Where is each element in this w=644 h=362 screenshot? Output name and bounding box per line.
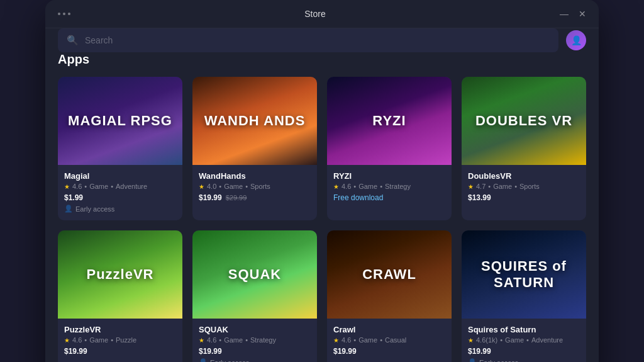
app-thumbnail: PuzzleVR xyxy=(58,230,182,319)
app-rating: 4.6 xyxy=(72,336,82,344)
app-tag: Casual xyxy=(385,336,406,344)
app-genre: Game xyxy=(505,336,524,344)
app-card-doublesvr[interactable]: DOUBLES VR DoublesVR ★ 4.7 • Game • Spor… xyxy=(462,77,586,220)
avatar[interactable]: 👤 xyxy=(566,30,586,50)
price-label: $19.99 xyxy=(333,347,445,356)
app-tag: Puzzle xyxy=(116,336,136,344)
app-name: SQUAK xyxy=(199,325,311,334)
app-card-squires[interactable]: SQUIRES of SATURN Squires of Saturn ★ 4.… xyxy=(462,230,586,362)
thumb-inner: DOUBLES VR xyxy=(462,77,586,165)
app-genre: Game xyxy=(89,183,108,190)
app-meta: ★ 4.7 • Game • Sports xyxy=(468,183,580,190)
app-rating: 4.6(1k) xyxy=(476,336,497,344)
app-genre: Game xyxy=(358,183,377,190)
app-card-squak[interactable]: SQUAK SQUAK ★ 4.6 • Game • Strategy $19.… xyxy=(192,230,317,362)
app-rating: 4.6 xyxy=(341,336,351,344)
app-rating: 4.7 xyxy=(476,183,486,190)
app-genre: Game xyxy=(89,336,108,344)
star-icon: ★ xyxy=(199,183,204,190)
dot-2 xyxy=(63,13,65,15)
thumb-inner: SQUIRES of SATURN xyxy=(462,230,586,319)
thumb-label: SQUIRES of SATURN xyxy=(462,258,586,291)
free-label: Free download xyxy=(333,193,445,202)
app-meta: ★ 4.6 • Game • Strategy xyxy=(333,183,445,190)
app-card-magial[interactable]: MAGIAL RPSG Magial ★ 4.6 • Game • Advent… xyxy=(58,77,182,220)
app-tag: Adventure xyxy=(116,183,147,190)
search-wrap: 🔍 xyxy=(58,28,558,52)
search-icon: 🔍 xyxy=(67,35,79,46)
section-title: Apps xyxy=(58,52,586,67)
app-info: SQUAK ★ 4.6 • Game • Strategy $19.99 👤Ea… xyxy=(192,319,317,362)
app-name: Crawl xyxy=(333,325,445,334)
app-name: Magial xyxy=(64,171,176,181)
titlebar: Store — ✕ xyxy=(45,0,599,28)
app-genre: Game xyxy=(224,336,243,344)
price-label: $19.99$29.99 xyxy=(199,193,311,202)
star-icon: ★ xyxy=(199,337,204,344)
app-name: PuzzleVR xyxy=(64,325,176,334)
app-genre: Game xyxy=(493,183,512,190)
app-name: RYZI xyxy=(333,171,445,181)
app-rating: 4.0 xyxy=(207,183,216,190)
app-genre: Game xyxy=(224,183,243,190)
app-info: PuzzleVR ★ 4.6 • Game • Puzzle $19.99 xyxy=(58,319,182,362)
app-card-puzzlevr[interactable]: PuzzleVR PuzzleVR ★ 4.6 • Game • Puzzle … xyxy=(58,230,182,362)
app-name: Squires of Saturn xyxy=(468,325,580,334)
thumb-label: MAGIAL RPSG xyxy=(68,113,172,129)
star-icon: ★ xyxy=(64,337,70,344)
close-button[interactable]: ✕ xyxy=(579,9,586,18)
app-meta: ★ 4.6 • Game • Puzzle xyxy=(64,336,176,344)
thumb-inner: RYZI xyxy=(327,77,452,165)
app-info: RYZI ★ 4.6 • Game • Strategy Free downlo… xyxy=(327,165,452,210)
app-info: Squires of Saturn ★ 4.6(1k) • Game • Adv… xyxy=(462,319,586,362)
thumb-label: WANDH ANDS xyxy=(204,113,306,129)
dot-1 xyxy=(58,13,60,15)
app-thumbnail: CRAWL xyxy=(327,230,452,319)
app-meta: ★ 4.6(1k) • Game • Adventure xyxy=(468,336,580,344)
app-tag: Adventure xyxy=(531,336,563,344)
search-input[interactable] xyxy=(85,35,550,45)
app-info: Magial ★ 4.6 • Game • Adventure $1.99 👤E… xyxy=(58,165,182,220)
price-label: $19.99 xyxy=(64,347,176,356)
app-name: WandHands xyxy=(199,171,311,181)
thumb-inner: PuzzleVR xyxy=(58,230,182,319)
thumb-label: DOUBLES VR xyxy=(475,113,572,129)
app-card-crawl[interactable]: CRAWL Crawl ★ 4.6 • Game • Casual $19.99 xyxy=(327,230,452,362)
star-icon: ★ xyxy=(333,183,339,190)
thumb-inner: WANDH ANDS xyxy=(192,77,317,165)
app-genre: Game xyxy=(358,336,377,344)
thumb-label: RYZI xyxy=(372,113,406,129)
app-tag: Sports xyxy=(519,183,540,190)
app-info: DoublesVR ★ 4.7 • Game • Sports $13.99 xyxy=(462,165,586,210)
thumb-label: SQUAK xyxy=(228,266,281,283)
app-rating: 4.6 xyxy=(341,183,351,190)
main-window: Store — ✕ 🔍 👤 Apps MAGIAL RPSG Magial ★ … xyxy=(45,0,599,362)
thumb-label: CRAWL xyxy=(362,266,416,283)
star-icon: ★ xyxy=(333,337,339,344)
price-label: $19.99 xyxy=(199,347,311,356)
window-controls: — ✕ xyxy=(560,9,586,18)
content-area: Apps MAGIAL RPSG Magial ★ 4.6 • Game • A… xyxy=(45,52,599,362)
app-tag: Strategy xyxy=(385,183,411,190)
app-thumbnail: RYZI xyxy=(327,77,452,165)
window-dots xyxy=(58,13,70,15)
thumb-label: PuzzleVR xyxy=(86,266,153,283)
price-label: $1.99 xyxy=(64,193,176,202)
app-card-ryzi[interactable]: RYZI RYZI ★ 4.6 • Game • Strategy Free d… xyxy=(327,77,452,220)
app-tag: Sports xyxy=(250,183,270,190)
thumb-inner: MAGIAL RPSG xyxy=(58,77,182,165)
app-meta: ★ 4.0 • Game • Sports xyxy=(199,183,311,190)
dot-3 xyxy=(68,13,70,15)
price-label: $13.99 xyxy=(468,193,580,202)
app-thumbnail: MAGIAL RPSG xyxy=(58,77,182,165)
app-rating: 4.6 xyxy=(207,336,216,344)
minimize-button[interactable]: — xyxy=(560,9,569,18)
window-title: Store xyxy=(304,9,325,19)
app-thumbnail: SQUAK xyxy=(192,230,317,319)
star-icon: ★ xyxy=(468,337,474,344)
app-card-wandhands[interactable]: WANDH ANDS WandHands ★ 4.0 • Game • Spor… xyxy=(192,77,317,220)
price-label: $19.99 xyxy=(468,347,580,356)
app-meta: ★ 4.6 • Game • Adventure xyxy=(64,183,176,190)
app-tag: Strategy xyxy=(250,336,276,344)
app-name: DoublesVR xyxy=(468,171,580,181)
